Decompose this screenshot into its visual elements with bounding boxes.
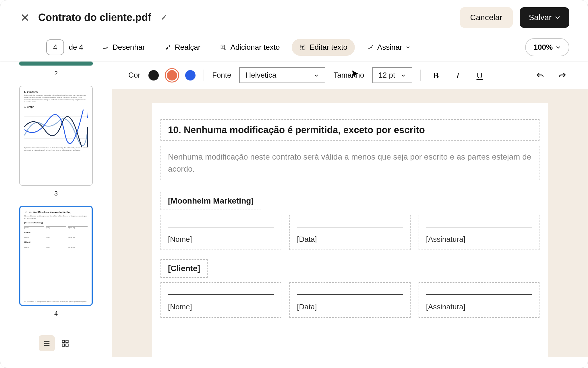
thumbnail-sidebar: 2 8. Statistics Statistics is the study … xyxy=(0,62,112,357)
highlight-tool[interactable]: Realçar xyxy=(157,39,208,56)
edit-text-tool[interactable]: Editar texto xyxy=(292,39,355,56)
edit-text-icon xyxy=(299,44,306,51)
thumbnail-page-3[interactable]: 8. Statistics Statistics is the study an… xyxy=(19,86,93,186)
underline-button[interactable]: U xyxy=(473,68,486,82)
size-select[interactable]: 12 pt xyxy=(372,67,412,83)
cancel-button[interactable]: Cancelar xyxy=(460,7,513,28)
color-label: Cor xyxy=(128,71,140,80)
page-total: de 4 xyxy=(69,43,83,52)
zoom-select[interactable]: 100% xyxy=(525,38,570,56)
chart-icon xyxy=(24,110,88,147)
save-button[interactable]: Salvar xyxy=(520,7,569,28)
editable-paragraph[interactable]: Nenhuma modificação neste contrato será … xyxy=(160,146,539,180)
redo-button[interactable] xyxy=(558,68,572,82)
svg-rect-6 xyxy=(62,340,65,343)
italic-button[interactable]: I xyxy=(451,68,465,82)
thumb-label-4: 4 xyxy=(54,310,58,317)
font-label: Fonte xyxy=(212,71,231,80)
view-mode-toggle xyxy=(39,329,73,357)
close-icon xyxy=(21,14,29,22)
header: Contrato do cliente.pdf Cancelar Salvar xyxy=(0,0,588,35)
close-button[interactable] xyxy=(19,11,31,24)
divider xyxy=(420,70,421,81)
highlighter-icon xyxy=(165,44,171,51)
svg-rect-9 xyxy=(66,344,68,346)
chevron-down-icon xyxy=(555,15,560,20)
main: 2 8. Statistics Statistics is the study … xyxy=(0,62,588,357)
format-toolbar: Cor Fonte Helvetica Tamanho 12 pt B I U xyxy=(112,62,588,89)
draw-icon xyxy=(102,44,109,51)
add-text-icon xyxy=(220,44,227,51)
undo-icon xyxy=(536,72,545,79)
color-swatch-black[interactable] xyxy=(148,70,159,80)
svg-rect-7 xyxy=(66,340,68,343)
chevron-down-icon xyxy=(556,45,561,50)
draw-tool[interactable]: Desenhar xyxy=(95,39,152,56)
name-field[interactable]: [Nome] xyxy=(160,215,281,250)
document-canvas[interactable]: 10. Nenhuma modificação é permitida, exc… xyxy=(112,89,588,357)
pencil-icon xyxy=(160,14,167,21)
bold-button[interactable]: B xyxy=(429,68,443,82)
list-icon xyxy=(43,339,51,347)
editable-heading[interactable]: 10. Nenhuma modificação é permitida, exc… xyxy=(160,119,539,141)
list-view-button[interactable] xyxy=(39,335,55,351)
name-field[interactable]: [Nome] xyxy=(160,282,281,318)
sign-icon xyxy=(367,44,374,51)
signature-field[interactable]: [Assinatura] xyxy=(419,215,539,250)
date-field[interactable]: [Data] xyxy=(289,282,410,318)
content-area: Cor Fonte Helvetica Tamanho 12 pt B I U xyxy=(112,62,588,357)
save-label: Salvar xyxy=(529,13,552,22)
grid-view-button[interactable] xyxy=(57,335,73,351)
chevron-down-icon xyxy=(406,45,410,50)
color-swatch-blue[interactable] xyxy=(185,70,196,80)
svg-rect-8 xyxy=(62,344,65,346)
undo-button[interactable] xyxy=(536,68,550,82)
toolbar: 4 de 4 Desenhar Realçar Adicionar texto … xyxy=(0,35,588,62)
redo-icon xyxy=(558,72,566,79)
rename-button[interactable] xyxy=(160,14,167,21)
thumb-label-3: 3 xyxy=(54,190,58,197)
editable-party-1[interactable]: [Moonhelm Marketing] xyxy=(160,192,261,210)
document-title: Contrato do cliente.pdf xyxy=(38,12,151,24)
thumb-label-2: 2 xyxy=(54,70,58,77)
size-label: Tamanho xyxy=(333,71,364,80)
divider xyxy=(204,70,204,81)
signature-field[interactable]: [Assinatura] xyxy=(419,282,539,318)
thumbnail-page-4[interactable]: 10. No Modifications Unless in Writing N… xyxy=(19,206,93,306)
sign-tool[interactable]: Assinar xyxy=(359,39,418,56)
editable-party-2[interactable]: [Cliente] xyxy=(160,259,208,278)
page-current-input[interactable]: 4 xyxy=(46,39,64,55)
date-field[interactable]: [Data] xyxy=(289,215,410,250)
font-select[interactable]: Helvetica xyxy=(239,67,325,83)
color-swatch-orange[interactable] xyxy=(167,70,177,80)
add-text-tool[interactable]: Adicionar texto xyxy=(212,39,287,56)
grid-icon xyxy=(61,339,69,347)
signature-row-2: [Nome] [Data] [Assinatura] xyxy=(160,282,539,318)
signature-row-1: [Nome] [Data] [Assinatura] xyxy=(160,215,539,250)
document-page: 10. Nenhuma modificação é permitida, exc… xyxy=(152,103,548,357)
thumbnail-page-2-partial[interactable] xyxy=(19,62,93,66)
